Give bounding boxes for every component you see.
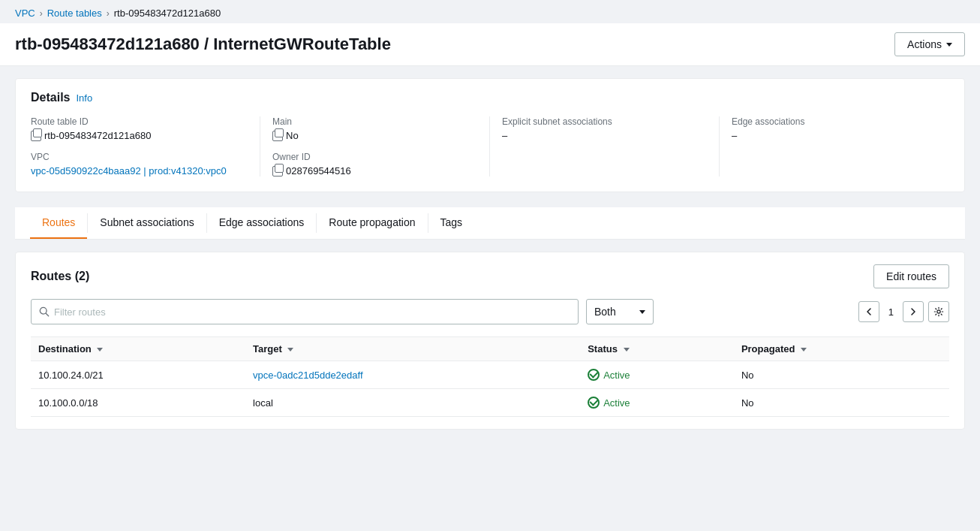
routes-table: Destination Target Status Propagate (31, 336, 949, 417)
tabs-bar: Routes Subnet associations Edge associat… (15, 207, 965, 240)
table-row: 10.100.0.0/18localActiveNo (31, 389, 949, 417)
detail-col-3: Explicit subnet associations – (490, 116, 720, 176)
explicit-subnet-field: Explicit subnet associations – (502, 116, 707, 141)
vpc-field: VPC vpc-05d590922c4baaa92 | prod:v41320:… (31, 152, 248, 176)
breadcrumb: VPC › Route tables › rtb-095483472d121a6… (0, 0, 980, 23)
col-status: Status (580, 337, 734, 361)
search-icon (39, 306, 50, 317)
status-check-icon-1 (588, 397, 600, 409)
table-row: 10.100.24.0/21vpce-0adc21d5dde2edaffActi… (31, 361, 949, 389)
info-link[interactable]: Info (76, 92, 92, 104)
page-header: rtb-095483472d121a680 / InternetGWRouteT… (0, 23, 980, 66)
page-number: 1 (884, 306, 898, 318)
breadcrumb-sep-2: › (107, 8, 110, 19)
breadcrumb-sep-1: › (40, 8, 43, 19)
filter-input-wrap (31, 299, 579, 324)
col-destination: Destination (31, 337, 245, 361)
chevron-down-icon (946, 43, 952, 47)
explicit-subnet-label: Explicit subnet associations (502, 116, 707, 127)
cell-destination-0: 10.100.24.0/21 (31, 361, 245, 389)
settings-button[interactable] (928, 301, 949, 322)
breadcrumb-vpc[interactable]: VPC (15, 8, 35, 19)
dropdown-chevron-icon (639, 310, 645, 314)
svg-line-1 (46, 313, 49, 316)
detail-col-1: Route table ID rtb-095483472d121a680 VPC… (31, 116, 260, 176)
copy-icon-main[interactable] (272, 131, 283, 141)
main-value: No (272, 130, 477, 141)
tab-route-propagation[interactable]: Route propagation (317, 207, 427, 239)
status-text-0: Active (603, 370, 630, 381)
details-columns: Route table ID rtb-095483472d121a680 VPC… (31, 116, 949, 176)
copy-icon-owner[interactable] (272, 166, 283, 176)
breadcrumb-current: rtb-095483472d121a680 (114, 8, 221, 19)
content-area: Details Info Route table ID rtb-09548347… (0, 66, 980, 442)
detail-col-4: Edge associations – (720, 116, 949, 176)
edge-associations-field: Edge associations – (732, 116, 949, 141)
cell-target-1: local (245, 389, 580, 417)
edge-associations-label: Edge associations (732, 116, 949, 127)
status-text-1: Active (603, 397, 630, 409)
main-label: Main (272, 116, 477, 127)
prev-page-button[interactable] (858, 301, 879, 322)
vpc-label: VPC (31, 152, 248, 162)
col-target: Target (245, 337, 580, 361)
filter-dropdown[interactable]: Both (586, 299, 654, 324)
route-table-id-field: Route table ID rtb-095483472d121a680 (31, 116, 248, 141)
details-title: Details (31, 91, 70, 104)
vpc-link[interactable]: vpc-05d590922c4baaa92 | prod:v41320:vpc0 (31, 165, 227, 176)
page-wrapper: VPC › Route tables › rtb-095483472d121a6… (0, 0, 980, 531)
routes-header: Routes (2) Edit routes (31, 264, 949, 288)
sort-icon-propagated (801, 348, 807, 351)
cell-propagated-0: No (734, 361, 949, 389)
route-table-id-label: Route table ID (31, 116, 248, 127)
copy-icon-rtb[interactable] (31, 131, 41, 141)
page-title: rtb-095483472d121a680 / InternetGWRouteT… (15, 35, 391, 54)
cell-destination-1: 10.100.0.0/18 (31, 389, 245, 417)
filter-row: Both 1 (31, 299, 949, 324)
detail-col-2: Main No Owner ID 028769544516 (260, 116, 490, 176)
sort-icon-target (287, 348, 293, 351)
cell-status-0: Active (580, 361, 734, 389)
filter-input[interactable] (54, 306, 570, 318)
main-field: Main No (272, 116, 477, 141)
actions-button[interactable]: Actions (894, 32, 965, 56)
cell-propagated-1: No (734, 389, 949, 417)
cell-status-1: Active (580, 389, 734, 417)
edge-associations-value: – (732, 130, 949, 141)
cell-target-0[interactable]: vpce-0adc21d5dde2edaff (245, 361, 580, 389)
chevron-left-icon (866, 307, 872, 316)
breadcrumb-route-tables[interactable]: Route tables (47, 8, 102, 19)
tab-routes[interactable]: Routes (30, 207, 87, 239)
next-page-button[interactable] (903, 301, 924, 322)
pagination-controls: 1 (858, 301, 949, 322)
routes-card: Routes (2) Edit routes Both (15, 252, 965, 430)
owner-id-field: Owner ID 028769544516 (272, 152, 477, 176)
details-header: Details Info (31, 91, 949, 104)
target-link-0[interactable]: vpce-0adc21d5dde2edaff (253, 370, 363, 381)
details-card: Details Info Route table ID rtb-09548347… (15, 78, 965, 192)
tab-tags[interactable]: Tags (428, 207, 475, 239)
sort-icon-status (624, 348, 630, 351)
tab-subnet-associations[interactable]: Subnet associations (88, 207, 206, 239)
route-table-id-value: rtb-095483472d121a680 (31, 130, 248, 141)
table-header-row: Destination Target Status Propagate (31, 337, 949, 361)
status-check-icon-0 (588, 369, 600, 381)
explicit-subnet-value: – (502, 130, 707, 141)
edit-routes-button[interactable]: Edit routes (873, 264, 949, 288)
gear-icon (933, 306, 944, 317)
actions-label: Actions (907, 38, 942, 50)
vpc-value: vpc-05d590922c4baaa92 | prod:v41320:vpc0 (31, 165, 248, 176)
owner-id-value: 028769544516 (272, 165, 477, 176)
svg-point-2 (937, 310, 940, 313)
sort-icon-destination (97, 348, 103, 351)
tab-edge-associations[interactable]: Edge associations (207, 207, 317, 239)
col-propagated: Propagated (734, 337, 949, 361)
routes-title: Routes (2) (31, 270, 89, 283)
owner-id-label: Owner ID (272, 152, 477, 162)
chevron-right-icon (910, 307, 916, 316)
